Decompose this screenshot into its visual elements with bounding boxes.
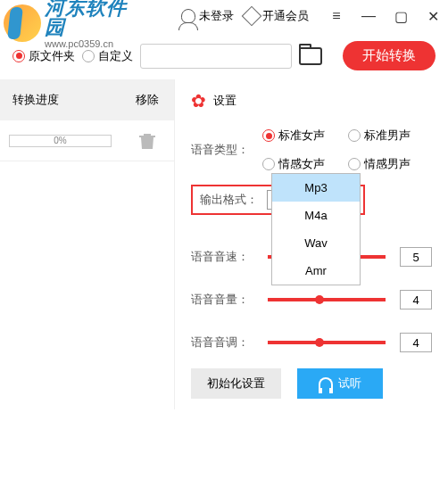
format-option[interactable]: M4a xyxy=(272,202,360,229)
voice-label: 情感男声 xyxy=(364,156,411,172)
headphones-icon xyxy=(319,377,333,390)
progress-bar: 0% xyxy=(9,135,112,147)
speed-value[interactable]: 5 xyxy=(400,247,432,267)
volume-label: 语音音量： xyxy=(191,292,253,308)
volume-value[interactable]: 4 xyxy=(400,290,432,310)
title-bar: 未登录 开通会员 ≡ — ▢ ✕ xyxy=(0,0,448,32)
volume-slider[interactable] xyxy=(268,298,386,301)
radio-custom-folder[interactable]: 自定义 xyxy=(82,48,133,64)
gear-icon: ✿ xyxy=(191,90,206,111)
pitch-value[interactable]: 4 xyxy=(400,333,432,352)
radio-original-label: 原文件夹 xyxy=(29,48,75,64)
radio-std-male[interactable]: 标准男声 xyxy=(348,128,411,144)
list-item: 0% xyxy=(0,120,174,161)
login-label: 未登录 xyxy=(199,8,234,24)
format-option[interactable]: Wav xyxy=(272,229,360,257)
radio-std-female[interactable]: 标准女声 xyxy=(262,128,325,144)
diamond-icon xyxy=(242,6,262,27)
login-link[interactable]: 未登录 xyxy=(181,8,234,24)
minimize-button[interactable]: — xyxy=(361,8,377,24)
col-progress-header: 转换进度 xyxy=(0,92,120,108)
speed-label: 语音音速： xyxy=(191,249,253,265)
pitch-label: 语音音调： xyxy=(191,334,253,351)
preview-label: 试听 xyxy=(338,376,361,392)
radio-original-folder[interactable]: 原文件夹 xyxy=(12,48,75,64)
file-list-panel: 转换进度 移除 0% xyxy=(0,79,174,409)
radio-emo-female[interactable]: 情感女声 xyxy=(262,156,325,172)
output-row: 原文件夹 自定义 开始转换 xyxy=(0,32,448,79)
menu-button[interactable]: ≡ xyxy=(328,8,344,24)
format-option[interactable]: Amr xyxy=(272,257,360,285)
format-option[interactable]: Mp3 xyxy=(272,174,360,202)
close-button[interactable]: ✕ xyxy=(425,8,441,24)
settings-title: 设置 xyxy=(213,93,236,109)
voice-label: 标准男声 xyxy=(364,128,411,144)
voice-type-label: 语音类型： xyxy=(191,142,253,158)
pitch-slider[interactable] xyxy=(268,341,386,344)
reset-button[interactable]: 初始化设置 xyxy=(191,368,281,399)
vip-link[interactable]: 开通会员 xyxy=(245,8,309,24)
start-convert-button[interactable]: 开始转换 xyxy=(343,41,436,70)
radio-emo-male[interactable]: 情感男声 xyxy=(348,156,411,172)
maximize-button[interactable]: ▢ xyxy=(393,8,409,24)
trash-icon xyxy=(139,132,155,150)
radio-custom-label: 自定义 xyxy=(98,48,133,64)
delete-button[interactable] xyxy=(120,132,174,150)
preview-button[interactable]: 试听 xyxy=(297,368,383,399)
output-path-input[interactable] xyxy=(140,44,292,69)
format-label: 输出格式： xyxy=(200,192,258,208)
voice-label: 情感女声 xyxy=(278,156,325,172)
vip-label: 开通会员 xyxy=(262,8,309,24)
user-icon xyxy=(181,9,195,23)
format-dropdown: Mp3 M4a Wav Amr xyxy=(271,173,361,285)
voice-label: 标准女声 xyxy=(278,128,325,144)
col-remove-header: 移除 xyxy=(120,92,174,108)
browse-folder-icon[interactable] xyxy=(299,47,322,65)
